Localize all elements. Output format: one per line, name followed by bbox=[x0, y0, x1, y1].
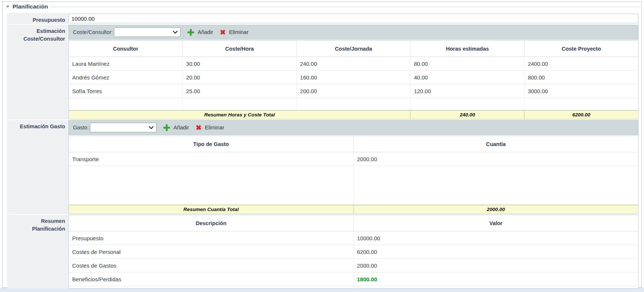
delete-gasto-button[interactable]: ✖ Eliminar bbox=[196, 124, 224, 131]
resumen-table-header-row: Descripción Valor bbox=[69, 215, 638, 231]
empty-area bbox=[69, 166, 638, 205]
presupuesto-row: Presupuesto bbox=[7, 13, 638, 24]
page: Planificación Presupuesto Estimación Cos… bbox=[0, 0, 644, 292]
table-row[interactable]: Sofía Torres 25.00 200.00 120.00 3000.00 bbox=[69, 84, 638, 98]
consultant-table-header-row: Consultor Coste/Hora Coste/Jornada Horas… bbox=[69, 41, 638, 57]
table-row[interactable]: Transporte 2000.00 bbox=[69, 152, 638, 166]
empty-row bbox=[69, 286, 638, 289]
gasto-table: Tipo de Gasto Cuantía Transporte 2000.00 bbox=[68, 136, 638, 214]
delete-icon: ✖ bbox=[220, 29, 226, 36]
cell-horas-estimadas: 40.00 bbox=[410, 71, 524, 84]
cell-descripcion: Costes de Gastos bbox=[69, 259, 354, 272]
column-header: Consultor bbox=[69, 41, 183, 57]
resumen-label: Resumen Planificación bbox=[7, 215, 68, 289]
cell-coste-proyecto: 3000.00 bbox=[524, 84, 638, 98]
summary-cuantia-total: 2000.00 bbox=[353, 205, 638, 214]
cell-valor: 10000.00 bbox=[353, 231, 638, 245]
cell-consultor: Laura Martínez bbox=[69, 57, 183, 71]
cell-valor: 6200.00 bbox=[353, 245, 638, 259]
cell-consultor: Andrés Gómez bbox=[69, 71, 183, 84]
gasto-select[interactable] bbox=[90, 123, 157, 132]
cell-horas-estimadas: 120.00 bbox=[410, 84, 524, 98]
cell-cuantia: 2000.00 bbox=[353, 152, 638, 166]
gasto-label: Estimación Gasto bbox=[7, 120, 68, 214]
table-row[interactable]: Laura Martínez 30.00 240.00 80.00 2400.0… bbox=[69, 57, 638, 71]
cell-descripcion: Costes de Personal bbox=[69, 245, 354, 259]
column-header: Valor bbox=[353, 215, 638, 231]
legend-rule bbox=[51, 7, 640, 7]
coste-consultor-label: Estimación Coste/Consultor bbox=[7, 25, 68, 119]
cell-coste-proyecto: 800.00 bbox=[524, 71, 638, 84]
summary-label: Resumen Horas y Coste Total bbox=[69, 111, 410, 119]
cell-coste-jornada: 240.00 bbox=[296, 57, 410, 71]
add-gasto-button[interactable]: Añadir bbox=[163, 124, 189, 131]
consultant-summary-row: Resumen Horas y Coste Total 240.00 6200.… bbox=[69, 111, 638, 119]
column-header: Descripción bbox=[69, 215, 354, 231]
cell-coste-jornada: 160.00 bbox=[296, 71, 410, 84]
column-header: Coste/Hora bbox=[182, 41, 296, 57]
summary-coste-total: 6200.00 bbox=[524, 111, 638, 119]
cell-coste-hora: 25.00 bbox=[182, 84, 296, 98]
planificacion-panel: Planificación Presupuesto Estimación Cos… bbox=[2, 1, 642, 288]
presupuesto-input[interactable] bbox=[68, 14, 638, 23]
cell-valor-beneficios: 1800.00 bbox=[353, 272, 638, 286]
table-row[interactable]: Beneficios/Perdidas 1800.00 bbox=[69, 272, 638, 286]
table-row[interactable]: Costes de Personal 6200.00 bbox=[69, 245, 638, 259]
table-row[interactable]: Andrés Gómez 20.00 160.00 40.00 800.00 bbox=[69, 71, 638, 84]
cell-tipo-gasto: Transporte bbox=[69, 152, 354, 166]
gasto-table-header-row: Tipo de Gasto Cuantía bbox=[69, 136, 638, 152]
cell-valor: 2000.00 bbox=[353, 259, 638, 272]
cell-coste-hora: 20.00 bbox=[182, 71, 296, 84]
chevron-down-icon bbox=[173, 31, 178, 34]
add-consultant-button[interactable]: Añadir bbox=[187, 29, 213, 36]
delete-icon: ✖ bbox=[196, 124, 202, 131]
panel-header: Planificación bbox=[3, 2, 641, 11]
resumen-table: Descripción Valor Presupuesto 10000.00 C… bbox=[68, 215, 638, 289]
coste-consultor-select-label: Coste/Consultor: bbox=[73, 29, 113, 35]
resumen-section: Resumen Planificación Descripción Valor … bbox=[7, 215, 638, 289]
table-row[interactable]: Costes de Gastos 2000.00 bbox=[69, 259, 638, 272]
add-icon bbox=[163, 124, 170, 131]
column-header: Coste Proyecto bbox=[524, 41, 638, 57]
column-header: Horas estimadas bbox=[410, 41, 524, 57]
consultant-cost-table: Consultor Coste/Hora Coste/Jornada Horas… bbox=[68, 40, 638, 119]
empty-row bbox=[69, 98, 638, 111]
coste-consultor-toolbar: Coste/Consultor: Añadir ✖ Elimi bbox=[68, 25, 638, 40]
column-header: Tipo de Gasto bbox=[69, 136, 354, 152]
gasto-toolbar: Gasto: Añadir ✖ Eliminar bbox=[68, 120, 638, 135]
summary-horas-total: 240.00 bbox=[410, 111, 524, 119]
add-icon bbox=[187, 29, 194, 36]
gasto-select-label: Gasto: bbox=[73, 125, 89, 130]
cell-descripcion: Beneficios/Perdidas bbox=[69, 272, 354, 286]
presupuesto-label: Presupuesto bbox=[7, 13, 68, 24]
summary-label: Resumen Cuantía Total bbox=[69, 205, 354, 214]
cell-coste-proyecto: 2400.00 bbox=[524, 57, 638, 71]
gasto-section: Estimación Gasto Gasto: Añadir bbox=[7, 120, 638, 214]
cell-coste-jornada: 200.00 bbox=[296, 84, 410, 98]
column-header: Coste/Jornada bbox=[296, 41, 410, 57]
cell-descripcion: Presupuesto bbox=[69, 231, 354, 245]
column-header: Cuantía bbox=[353, 136, 638, 152]
chevron-down-icon bbox=[149, 126, 154, 129]
panel-title: Planificación bbox=[13, 3, 48, 10]
delete-consultant-button[interactable]: ✖ Eliminar bbox=[220, 29, 248, 36]
coste-consultor-select[interactable] bbox=[114, 27, 181, 37]
cell-coste-hora: 30.00 bbox=[182, 57, 296, 71]
collapse-triangle-icon[interactable] bbox=[6, 6, 10, 8]
cell-consultor: Sofía Torres bbox=[69, 84, 183, 98]
gasto-summary-row: Resumen Cuantía Total 2000.00 bbox=[69, 205, 638, 214]
cell-horas-estimadas: 80.00 bbox=[410, 57, 524, 71]
coste-consultor-section: Estimación Coste/Consultor Coste/Consult… bbox=[7, 25, 638, 119]
table-row[interactable]: Presupuesto 10000.00 bbox=[69, 231, 638, 245]
